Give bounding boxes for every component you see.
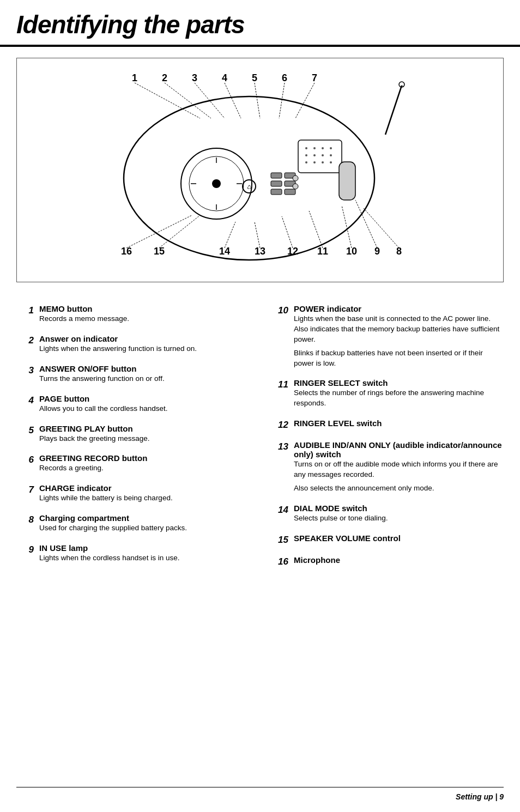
part-name-9: IN USE lamp [39,543,249,553]
right-column: 10POWER indicatorLights when the base un… [271,304,504,577]
part-name-7: CHARGE indicator [39,483,249,493]
part-content-16: Microphone [294,555,504,565]
svg-line-42 [135,83,200,118]
part-content-3: ANSWER ON/OFF buttonTurns the answering … [39,364,249,384]
part-name-11: RINGER SELECT switch [294,378,504,387]
part-desc-9: Lights when the cordless handset is in u… [39,553,249,563]
part-content-5: GREETING PLAY buttonPlays back the greet… [39,424,249,444]
part-number-15: 15 [271,534,288,546]
part-number-2: 2 [16,334,34,346]
svg-point-26 [330,154,332,156]
part-desc-8: Used for charging the supplied battery p… [39,523,249,534]
part-entry-16: 16Microphone [271,555,504,567]
part-desc-1: Records a memo message. [39,314,249,324]
svg-text:5: 5 [252,72,257,83]
part-content-13: AUDIBLE IND/ANN ONLY (audible indicator/… [294,440,504,494]
page-title: Identifying the parts [16,10,504,39]
part-content-7: CHARGE indicatorLights while the battery… [39,483,249,504]
part-desc-14: Selects pulse or tone dialing. [294,513,504,524]
svg-point-41 [293,184,298,189]
svg-point-19 [305,147,307,149]
svg-rect-37 [271,189,282,195]
part-content-9: IN USE lampLights when the cordless hand… [39,543,249,563]
part-name-3: ANSWER ON/OFF button [39,364,249,373]
svg-point-24 [313,154,316,156]
part-content-12: RINGER LEVEL switch [294,419,504,428]
part-entry-7: 7CHARGE indicatorLights while the batter… [16,483,249,504]
svg-text:4: 4 [222,72,227,83]
svg-point-29 [322,161,324,163]
part-content-6: GREETING RECORD buttonRecords a greeting… [39,453,249,474]
part-name-6: GREETING RECORD button [39,453,249,463]
svg-point-30 [330,161,332,163]
content-area: 1MEMO buttonRecords a memo message.2Answ… [0,299,520,610]
svg-point-13 [212,179,221,188]
svg-rect-33 [271,173,282,178]
part-desc-2: Lights when the answering function is tu… [39,344,249,354]
svg-point-27 [305,161,307,163]
part-number-5: 5 [16,424,34,436]
part-desc-4: Allows you to call the cordless handset. [39,404,249,414]
svg-text:16: 16 [121,246,132,257]
part-number-13: 13 [271,440,288,452]
part-name-14: DIAL MODE switch [294,504,504,513]
part-content-4: PAGE buttonAllows you to call the cordle… [39,394,249,414]
part-number-4: 4 [16,394,34,406]
part-number-11: 11 [271,378,288,390]
svg-rect-38 [285,189,295,195]
part-entry-14: 14DIAL MODE switchSelects pulse or tone … [271,504,504,524]
part-desc-13: Turns on or off the audible mode which i… [294,459,504,480]
svg-rect-39 [339,162,355,200]
part-entry-15: 15SPEAKER VOLUME control [271,534,504,546]
part-number-16: 16 [271,555,288,567]
part-entry-12: 12RINGER LEVEL switch [271,419,504,431]
diagram-container: 1 2 3 4 5 6 7 [16,58,504,282]
svg-point-22 [330,147,332,149]
part-name-4: PAGE button [39,394,249,403]
svg-text:3: 3 [192,72,197,83]
part-number-10: 10 [271,304,288,316]
page-footer: Setting up | 9 [456,792,504,801]
parts-diagram-svg: 1 2 3 4 5 6 7 [31,69,489,265]
part-number-9: 9 [16,543,34,555]
svg-point-28 [313,161,316,163]
diagram-image: 1 2 3 4 5 6 7 [28,69,492,265]
footer-divider [16,787,504,788]
part-entry-13: 13AUDIBLE IND/ANN ONLY (audible indicato… [271,440,504,494]
part-desc-5: Plays back the greeting message. [39,434,249,444]
part-entry-2: 2Answer on indicatorLights when the answ… [16,334,249,354]
svg-point-40 [293,175,298,181]
part-entry-4: 4PAGE buttonAllows you to call the cordl… [16,394,249,414]
part-entry-1: 1MEMO buttonRecords a memo message. [16,304,249,324]
part-content-14: DIAL MODE switchSelects pulse or tone di… [294,504,504,524]
part-desc-10-1: Blinks if backup batteries have not been… [294,348,504,369]
part-entry-10: 10POWER indicatorLights when the base un… [271,304,504,368]
part-desc-11: Selects the number of rings before the a… [294,388,504,409]
part-entry-3: 3ANSWER ON/OFF buttonTurns the answering… [16,364,249,384]
part-name-2: Answer on indicator [39,334,249,343]
svg-text:♺: ♺ [247,184,252,190]
footer-text: Setting up | 9 [456,792,504,801]
part-desc-3: Turns the answering function on or off. [39,374,249,384]
svg-line-66 [364,208,399,248]
part-number-12: 12 [271,419,288,431]
part-number-3: 3 [16,364,34,376]
part-number-1: 1 [16,304,34,316]
part-name-16: Microphone [294,555,504,565]
svg-text:15: 15 [154,246,165,257]
part-desc-7: Lights while the battery is being charge… [39,493,249,504]
part-number-8: 8 [16,513,34,525]
part-name-12: RINGER LEVEL switch [294,419,504,428]
part-content-10: POWER indicatorLights when the base unit… [294,304,504,368]
left-column: 1MEMO buttonRecords a memo message.2Answ… [16,304,249,577]
svg-point-20 [313,147,316,149]
part-name-8: Charging compartment [39,513,249,523]
part-desc-6: Records a greeting. [39,463,249,474]
part-number-6: 6 [16,453,34,465]
part-desc-10: Lights when the base unit is connected t… [294,314,504,345]
part-name-5: GREETING PLAY button [39,424,249,433]
part-entry-6: 6GREETING RECORD buttonRecords a greetin… [16,453,249,474]
svg-rect-35 [271,181,282,186]
part-entry-11: 11RINGER SELECT switchSelects the number… [271,378,504,409]
svg-text:1: 1 [132,72,137,83]
